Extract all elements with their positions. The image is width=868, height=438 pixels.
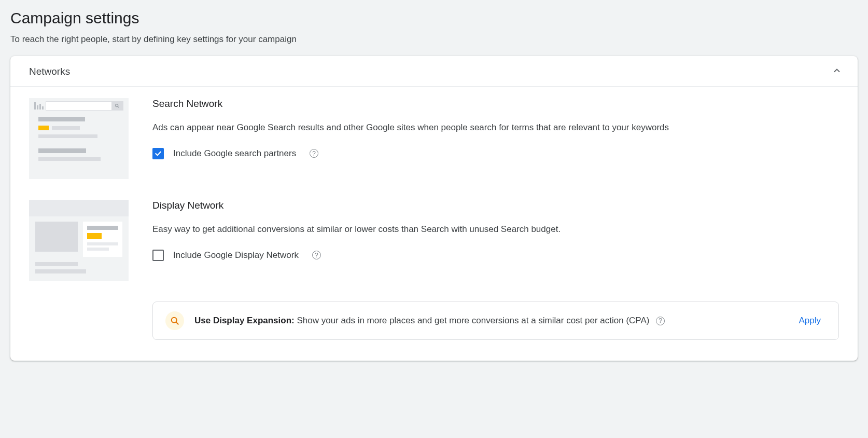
help-icon[interactable]: ? <box>310 149 318 158</box>
chevron-up-icon[interactable] <box>832 65 842 78</box>
display-network-section: Display Network Easy way to get addition… <box>29 200 839 281</box>
include-display-network-label: Include Google Display Network <box>173 250 299 261</box>
svg-line-1 <box>118 106 119 107</box>
search-network-description: Ads can appear near Google Search result… <box>152 121 839 134</box>
include-search-partners-checkbox[interactable] <box>152 148 164 159</box>
display-network-illustration <box>29 200 129 281</box>
help-icon[interactable]: ? <box>656 317 665 325</box>
page-subtitle: To reach the right people, start by defi… <box>10 34 858 45</box>
svg-point-0 <box>116 104 118 107</box>
networks-body: Search Network Ads can appear near Googl… <box>10 87 858 361</box>
networks-title: Networks <box>29 66 70 77</box>
search-network-section: Search Network Ads can appear near Googl… <box>29 98 839 179</box>
display-expansion-recommendation: Use Display Expansion: Show your ads in … <box>152 302 839 340</box>
recommendation-text: Use Display Expansion: Show your ads in … <box>194 314 783 327</box>
help-icon[interactable]: ? <box>312 251 321 259</box>
search-network-title: Search Network <box>152 98 839 110</box>
include-search-partners-label: Include Google search partners <box>173 148 296 159</box>
networks-header[interactable]: Networks <box>10 56 858 87</box>
display-network-title: Display Network <box>152 200 839 211</box>
page-title: Campaign settings <box>10 9 858 27</box>
magnifier-icon <box>165 311 184 330</box>
search-network-illustration <box>29 98 129 179</box>
svg-line-3 <box>176 322 178 324</box>
include-display-network-checkbox[interactable] <box>152 250 164 261</box>
display-network-description: Easy way to get additional conversions a… <box>152 223 839 236</box>
apply-button[interactable]: Apply <box>793 312 826 329</box>
networks-card: Networks <box>10 56 858 361</box>
